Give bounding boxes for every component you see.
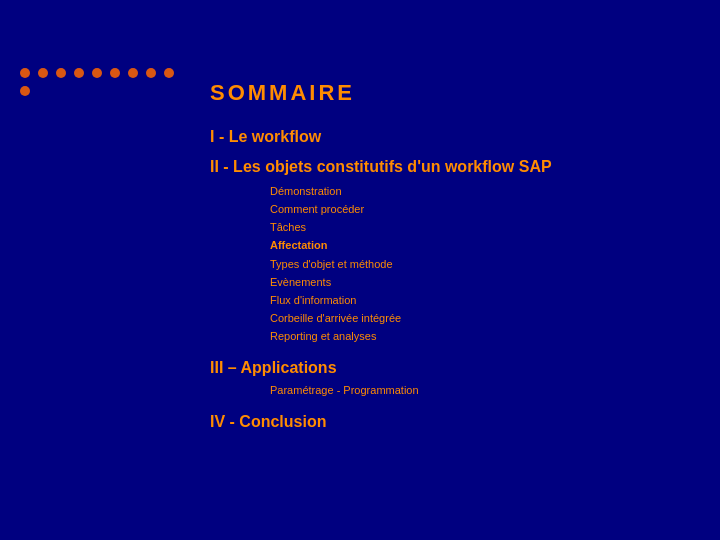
dot-1 [20, 68, 30, 78]
dot-9 [164, 68, 174, 78]
section-iii-label: III – Applications [210, 359, 690, 377]
sub-item-demonstration: Démonstration [270, 182, 690, 200]
dot-5 [92, 68, 102, 78]
sub-item-affectation: Affectation [270, 236, 690, 254]
section-ii-subitems: Démonstration Comment procéder Tâches Af… [270, 182, 690, 345]
dot-3 [56, 68, 66, 78]
section-iii-subitems: Paramétrage - Programmation [270, 381, 690, 399]
dot-8 [146, 68, 156, 78]
dot-2 [38, 68, 48, 78]
section-i-label: I - Le workflow [210, 128, 690, 146]
dot-7 [128, 68, 138, 78]
sub-item-types: Types d'objet et méthode [270, 255, 690, 273]
sub-item-comment: Comment procéder [270, 200, 690, 218]
dot-4 [74, 68, 84, 78]
dot-10 [20, 86, 30, 96]
decorative-dots [20, 68, 180, 96]
sub-item-flux: Flux d'information [270, 291, 690, 309]
dot-6 [110, 68, 120, 78]
main-content: SOMMAIRE I - Le workflow II - Les objets… [210, 80, 690, 431]
page-container: SOMMAIRE I - Le workflow II - Les objets… [0, 0, 720, 540]
sub-item-parametrage: Paramétrage - Programmation [270, 381, 690, 399]
page-title: SOMMAIRE [210, 80, 690, 106]
section-iv-label: IV - Conclusion [210, 413, 690, 431]
section-ii-label: II - Les objets constitutifs d'un workfl… [210, 158, 690, 176]
sub-item-reporting: Reporting et analyses [270, 327, 690, 345]
sub-item-corbeille: Corbeille d'arrivée intégrée [270, 309, 690, 327]
sub-item-evenements: Evènements [270, 273, 690, 291]
sub-item-taches: Tâches [270, 218, 690, 236]
